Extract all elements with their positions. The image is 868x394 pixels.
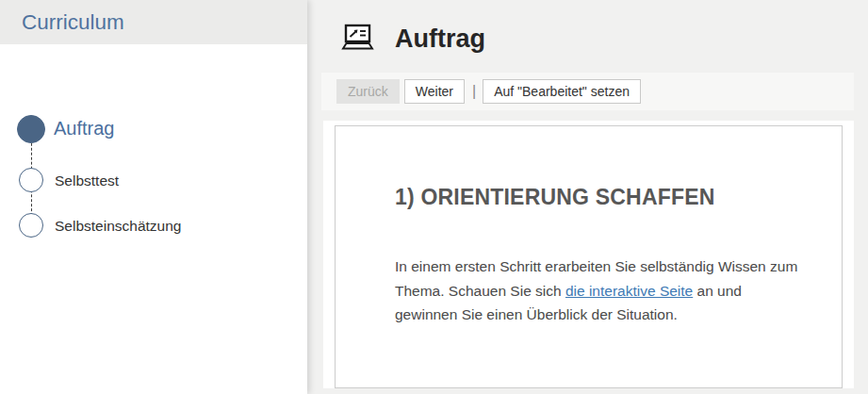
- sidebar-item-label: Auftrag: [54, 118, 114, 140]
- step-circle-outline-icon: [19, 168, 43, 192]
- navigation-toolbar: Zurück Weiter | Auf "Bearbeitet" setzen: [321, 73, 854, 110]
- sidebar-item-selbsteinschaetzung[interactable]: Selbsteinschätzung: [0, 213, 307, 238]
- mark-edited-button[interactable]: Auf "Bearbeitet" setzen: [483, 79, 641, 104]
- sidebar-item-auftrag[interactable]: Auftrag: [0, 115, 307, 143]
- content-heading: 1) ORIENTIERUNG SCHAFFEN: [395, 185, 804, 210]
- interactive-page-link[interactable]: die interaktive Seite: [565, 283, 693, 299]
- main-content-area: Auftrag Zurück Weiter | Auf "Bearbeitet"…: [307, 0, 868, 394]
- page-title: Auftrag: [395, 25, 485, 54]
- toolbar-separator: |: [472, 83, 476, 100]
- content-card: 1) ORIENTIERUNG SCHAFFEN In einem ersten…: [335, 125, 843, 388]
- sidebar-item-label: Selbsteinschätzung: [55, 218, 181, 235]
- sidebar-item-label: Selbsttest: [55, 172, 119, 189]
- curriculum-sidebar: Curriculum Auftrag Selbsttest Selbsteins…: [0, 0, 307, 394]
- back-button[interactable]: Zurück: [336, 79, 400, 104]
- sidebar-header: Curriculum: [0, 0, 307, 44]
- step-circle-outline-icon: [19, 213, 43, 238]
- sidebar-item-selbsttest[interactable]: Selbsttest: [0, 168, 307, 192]
- laptop-chart-icon: [340, 24, 375, 55]
- content-paragraph: In einem ersten Schritt erarbeiten Sie s…: [395, 254, 803, 327]
- next-button[interactable]: Weiter: [404, 79, 465, 104]
- step-circle-filled-icon: [17, 115, 45, 143]
- content-panel: 1) ORIENTIERUNG SCHAFFEN In einem ersten…: [323, 121, 854, 388]
- curriculum-stepper-nav: Auftrag Selbsttest Selbsteinschätzung: [0, 44, 307, 394]
- sidebar-title: Curriculum: [22, 10, 124, 34]
